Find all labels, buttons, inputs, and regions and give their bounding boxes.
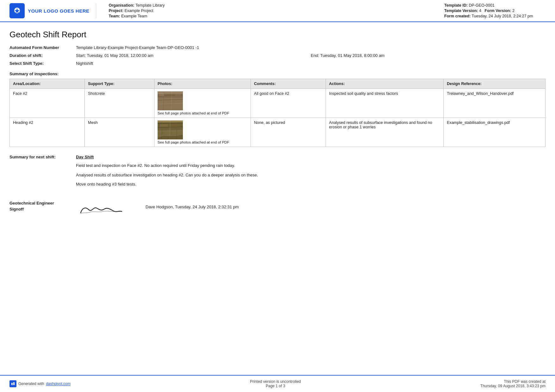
photo-caption-2: See full page photos attached at end of … bbox=[158, 140, 247, 144]
cell-actions-1: Inspected soil quality and stress factor… bbox=[326, 89, 443, 118]
footer-link[interactable]: dashpivot.com bbox=[46, 382, 70, 386]
shift-type-row: Select Shift Type: Nightshift bbox=[9, 61, 546, 66]
form-number-value: Template Library-Example Project-Example… bbox=[76, 45, 546, 50]
footer-right: This PDF was created at Thursday, 09 Aug… bbox=[480, 379, 546, 388]
cell-support-1: Shotcrete bbox=[85, 89, 154, 118]
svg-rect-22 bbox=[171, 125, 180, 127]
cell-photos-2: See full page photos attached at end of … bbox=[154, 118, 251, 147]
col-header-support: Support Type: bbox=[85, 79, 154, 89]
svg-rect-21 bbox=[160, 124, 168, 127]
duration-end: End: Tuesday, 01 May 2018, 8:00:00 am bbox=[311, 53, 546, 58]
next-shift-heading: Day Shift bbox=[76, 155, 546, 159]
project-line: Project: Example Project bbox=[109, 9, 438, 13]
svg-rect-20 bbox=[158, 120, 183, 122]
footer-center: Printed version is uncontrolled Page 1 o… bbox=[250, 379, 301, 388]
header-center: Organisation: Template Library Project: … bbox=[103, 3, 438, 18]
signoff-row: Geotechnical Engineer Signoff Dave Hodgs… bbox=[9, 200, 546, 220]
page-header: YOUR LOGO GOES HERE Organisation: Templa… bbox=[0, 0, 555, 22]
cell-comments-2: None, as pictured bbox=[251, 118, 326, 147]
photo-thumbnail-1 bbox=[158, 91, 247, 111]
signoff-signature bbox=[76, 200, 133, 220]
signoff-detail: Dave Hodgson, Tuesday, 24 July 2018, 2:3… bbox=[146, 200, 239, 209]
next-shift-content: Day Shift Field test and inspection on F… bbox=[76, 155, 546, 191]
summary-label: Summary of inspections: bbox=[9, 71, 546, 76]
cell-area-2: Heading #2 bbox=[10, 118, 85, 147]
org-line: Organisation: Template Library bbox=[109, 3, 438, 8]
col-header-actions: Actions: bbox=[326, 79, 443, 89]
footer-logo-icon bbox=[9, 380, 16, 387]
table-row: Face #2 Shotcrete bbox=[10, 89, 546, 118]
svg-rect-26 bbox=[13, 382, 15, 385]
cell-support-2: Mesh bbox=[85, 118, 154, 147]
form-created-line: Form created: Tuesday, 24 July 2018, 2:2… bbox=[444, 14, 546, 18]
cell-comments-1: All good on Face #2 bbox=[251, 89, 326, 118]
inspection-table: Area/Location: Support Type: Photos: Com… bbox=[9, 79, 546, 147]
duration-row: Duration of shift: Start: Tuesday, 01 Ma… bbox=[9, 53, 546, 58]
duration-values: Start: Tuesday, 01 May 2018, 12:00:00 am… bbox=[76, 53, 546, 58]
footer-page: Page 1 of 3 bbox=[250, 384, 301, 388]
logo-section: YOUR LOGO GOES HERE bbox=[9, 3, 96, 18]
report-title: Geotech Shift Report bbox=[9, 30, 546, 40]
col-header-photos: Photos: bbox=[154, 79, 251, 89]
svg-rect-8 bbox=[167, 94, 173, 96]
col-header-area: Area/Location: bbox=[10, 79, 85, 89]
next-shift-row: Summary for next shift: Day Shift Field … bbox=[9, 155, 546, 191]
photo-caption-1: See full page photos attached at end of … bbox=[158, 111, 247, 115]
footer-generated-text: Generated with bbox=[18, 382, 44, 386]
footer-left: Generated with dashpivot.com bbox=[9, 380, 71, 387]
cell-photos-1: See full page photos attached at end of … bbox=[154, 89, 251, 118]
table-row: Heading #2 Mesh bbox=[10, 118, 546, 147]
col-header-design: Design Reference: bbox=[444, 79, 546, 89]
template-id-line: Template ID: DP-GEO-0001 bbox=[444, 3, 546, 8]
next-shift-para-2: Analysed results of subsurface investiga… bbox=[76, 172, 546, 178]
signoff-label: Geotechnical Engineer Signoff bbox=[9, 200, 76, 212]
header-right: Template ID: DP-GEO-0001 Template Versio… bbox=[444, 3, 546, 18]
shift-type-label: Select Shift Type: bbox=[9, 61, 76, 66]
logo-icon bbox=[9, 3, 25, 18]
next-shift-para-1: Field test and inspection on Face #2. No… bbox=[76, 162, 546, 169]
cell-actions-2: Analysed results of subsurface investiga… bbox=[326, 118, 443, 147]
duration-start: Start: Tuesday, 01 May 2018, 12:00:00 am bbox=[76, 53, 311, 58]
footer-uncontrolled: Printed version is uncontrolled bbox=[250, 379, 301, 384]
form-number-row: Automated Form Number Template Library-E… bbox=[9, 45, 546, 50]
shift-type-value: Nightshift bbox=[76, 61, 546, 66]
table-header-row: Area/Location: Support Type: Photos: Com… bbox=[10, 79, 546, 89]
col-header-comments: Comments: bbox=[251, 79, 326, 89]
main-content: Geotech Shift Report Automated Form Numb… bbox=[0, 22, 555, 258]
next-shift-para-3: Move onto heading #3 field tests. bbox=[76, 181, 546, 187]
svg-rect-25 bbox=[11, 383, 13, 385]
cell-area-1: Face #2 bbox=[10, 89, 85, 118]
logo-text: YOUR LOGO GOES HERE bbox=[28, 8, 90, 14]
cell-design-1: Trelawney_and_Wilson_Handover.pdf bbox=[444, 89, 546, 118]
next-shift-label: Summary for next shift: bbox=[9, 155, 76, 159]
duration-label: Duration of shift: bbox=[9, 53, 76, 58]
form-number-label: Automated Form Number bbox=[9, 45, 76, 50]
page-footer: Generated with dashpivot.com Printed ver… bbox=[0, 375, 555, 392]
footer-created-line2: Thursday, 09 August 2018, 3:43:23 pm bbox=[480, 384, 546, 388]
cell-design-2: Example_stabilisation_drawings.pdf bbox=[444, 118, 546, 147]
team-line: Team: Example Team bbox=[109, 14, 438, 18]
svg-rect-10 bbox=[158, 91, 183, 94]
version-line: Template Version: 4 Form Version: 2 bbox=[444, 9, 546, 13]
footer-created-line1: This PDF was created at bbox=[480, 379, 546, 384]
photo-thumbnail-2 bbox=[158, 120, 247, 140]
